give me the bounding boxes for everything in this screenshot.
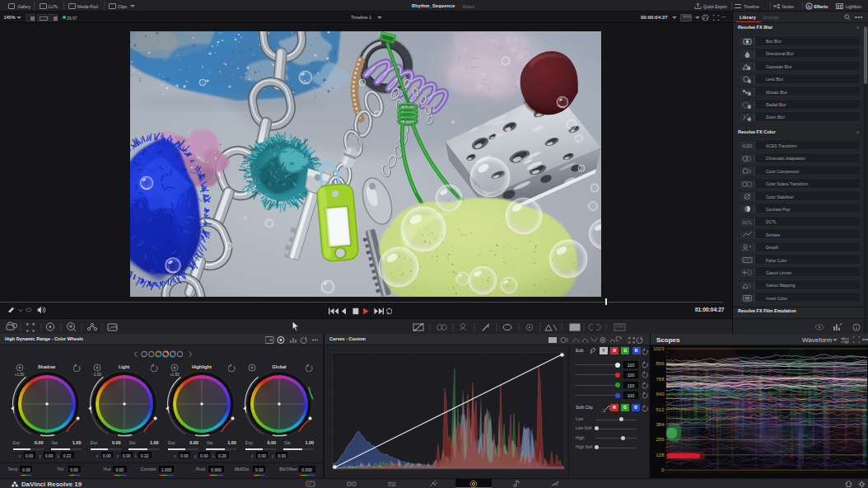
svg-text:128: 128 [656, 453, 665, 458]
svg-text:ACES: ACES [742, 144, 752, 148]
svg-text:640: 640 [656, 392, 665, 396]
svg-text:1023: 1023 [653, 346, 665, 351]
svg-text:DCTL: DCTL [743, 221, 753, 225]
svg-text:768: 768 [656, 377, 665, 382]
svg-text:256: 256 [656, 437, 665, 442]
svg-text:384: 384 [656, 422, 665, 427]
svg-text:fx: fx [807, 4, 810, 8]
svg-text:896: 896 [656, 361, 665, 366]
svg-text:0: 0 [661, 467, 665, 472]
svg-text:512: 512 [656, 407, 665, 412]
